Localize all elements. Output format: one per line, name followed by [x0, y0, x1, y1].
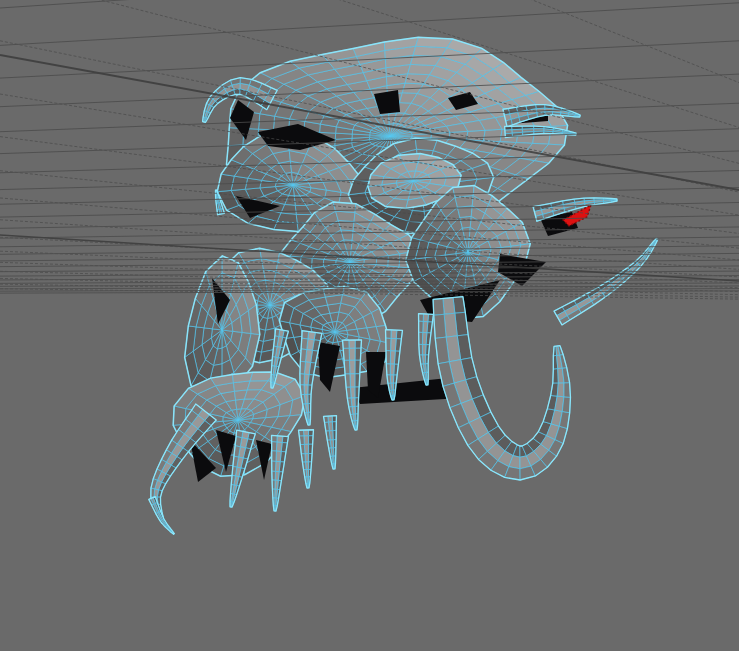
mesh-face: [419, 321, 424, 332]
mesh-face: [390, 351, 395, 364]
mesh-face: [349, 360, 355, 374]
mesh-face: [349, 340, 355, 348]
viewport-canvas[interactable]: [0, 0, 739, 651]
mesh-face: [443, 298, 455, 315]
mesh-face: [303, 430, 308, 436]
mesh-face: [423, 314, 428, 322]
mesh-face: [423, 321, 428, 332]
mesh-face: [557, 383, 564, 397]
mesh-face: [422, 344, 426, 355]
mesh-face: [465, 276, 476, 288]
mesh-face: [391, 338, 397, 351]
mesh-face: [311, 258, 323, 268]
mesh-face: [272, 451, 277, 462]
mesh-face: [483, 129, 502, 141]
mesh-face: [390, 364, 394, 375]
mesh-face: [422, 333, 427, 345]
mesh-face: [336, 211, 355, 221]
mesh-face: [304, 374, 309, 385]
mesh-face: [433, 298, 444, 315]
mesh-face: [276, 442, 282, 451]
viewport-3d: [0, 0, 739, 651]
mesh-face: [391, 330, 397, 339]
mesh-face: [272, 442, 277, 451]
mesh-face: [460, 216, 471, 228]
mesh-face: [349, 348, 355, 360]
